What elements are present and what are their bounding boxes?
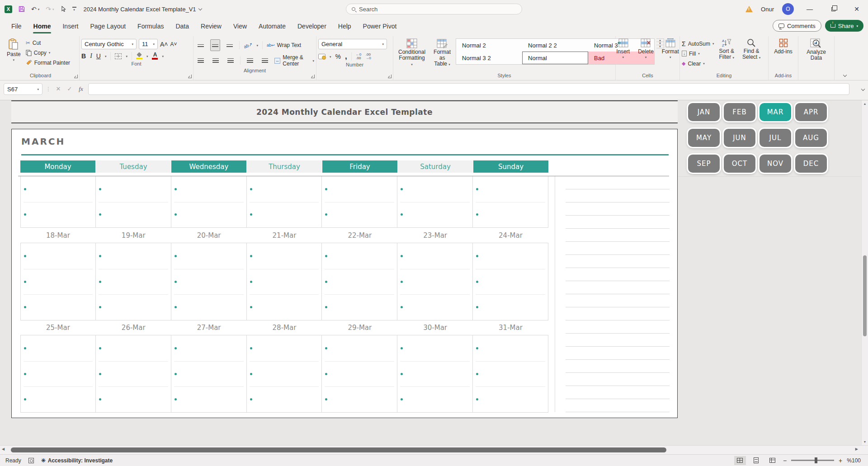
comments-button[interactable]: Comments [773,20,821,32]
weekday-wednesday[interactable]: Wednesday [171,160,246,173]
notes-ruled-panel[interactable] [566,176,670,412]
chevron-down-icon[interactable]: ▾ [105,55,107,58]
month-button-jan[interactable]: JAN [688,103,720,121]
month-button-jun[interactable]: JUN [724,129,755,147]
wrap-text-button[interactable]: ab↩ Wrap Text [267,42,301,48]
excel-logo-icon[interactable]: X [5,5,12,13]
day-note-cell[interactable] [96,335,171,413]
page-layout-view-button[interactable] [750,456,762,465]
day-note-cell[interactable] [397,243,473,320]
day-note-cell[interactable] [247,243,322,320]
dialog-launcher-icon[interactable] [311,75,315,78]
namebox-divider[interactable]: ⋮ [46,83,51,95]
clear-button[interactable]: ◆Clear▾ [682,59,714,68]
autosum-button[interactable]: ΣAutoSum▾ [682,39,714,48]
underline-button[interactable]: U [96,52,101,60]
day-note-cell[interactable] [322,176,397,228]
comma-style-button[interactable]: , [345,52,347,61]
bottom-align-button[interactable] [224,39,235,52]
day-note-cell[interactable] [20,243,96,320]
style-normal-2[interactable]: Normal 2 [456,39,522,52]
date-label[interactable]: 19-Mar [96,228,171,243]
tab-automate[interactable]: Automate [253,19,292,34]
increase-decimal-button[interactable]: ←0.00 [356,53,361,60]
day-note-cell[interactable] [20,176,96,228]
date-label[interactable]: 21-Mar [247,228,322,243]
tab-power-pivot[interactable]: Power Pivot [357,19,403,34]
date-label[interactable]: 18-Mar [20,228,96,243]
weekday-friday[interactable]: Friday [322,160,397,173]
date-label[interactable]: 26-Mar [96,320,171,335]
select-cursor-button[interactable] [61,6,66,12]
italic-button[interactable]: I [90,52,92,60]
day-note-cell[interactable] [171,243,247,320]
day-note-cell[interactable] [96,243,171,320]
workbook-title-band[interactable]: 2024 Monthly Calendar Excel Template [11,100,678,123]
date-label[interactable]: 24-Mar [473,228,548,243]
horizontal-scrollbar[interactable]: ◀ ▶ [0,445,868,454]
copy-button[interactable]: Copy▾ [26,48,70,57]
analyze-data-button[interactable]: AnalyzeData [803,37,829,62]
status-mode[interactable]: Ready [5,457,21,464]
chevron-down-icon[interactable]: ▾ [257,44,259,47]
day-note-cell[interactable] [247,176,322,228]
style-normal-2-2[interactable]: Normal 2 2 [522,39,588,52]
day-note-cell[interactable] [247,335,322,413]
day-note-cell[interactable] [322,335,397,413]
format-painter-button[interactable]: Format Painter [26,58,70,67]
zoom-slider[interactable] [791,460,834,461]
insert-cells-button[interactable]: Insert ▾ [613,37,633,60]
expand-formula-bar-icon[interactable] [861,87,865,91]
weekday-tuesday[interactable]: Tuesday [96,160,171,173]
zoom-out-button[interactable]: − [783,457,787,464]
month-button-may[interactable]: MAY [688,129,720,147]
zoom-level[interactable]: %100 [847,457,861,464]
day-note-cell[interactable] [96,176,171,228]
close-button[interactable]: ✕ [849,5,864,13]
date-label[interactable]: 28-Mar [247,320,322,335]
dialog-launcher-icon[interactable] [388,75,392,78]
weekday-saturday[interactable]: Saturday [398,160,473,173]
redo-button[interactable]: ↷▾ [46,5,54,13]
month-button-jul[interactable]: JUL [760,129,791,147]
day-note-cell[interactable] [322,243,397,320]
fill-color-icon[interactable] [136,53,142,59]
sort-filter-button[interactable]: AZ Sort &Filter ▾ [716,37,738,61]
tab-review[interactable]: Review [195,19,227,34]
decrease-decimal-button[interactable]: .00→0 [365,53,371,60]
day-note-cell[interactable] [171,176,247,228]
format-cells-button[interactable]: Format ▾ [659,37,682,60]
page-break-view-button[interactable] [767,456,778,465]
borders-icon[interactable] [115,53,122,59]
day-note-cell[interactable] [397,335,473,413]
number-format-select[interactable]: General▾ [318,39,387,49]
weekday-sunday[interactable]: Sunday [473,160,548,173]
formula-input[interactable] [88,83,849,95]
style-normal-3-2[interactable]: Normal 3 2 [456,52,522,64]
undo-button[interactable]: ↶▾ [31,5,39,13]
month-button-aug[interactable]: AUG [795,129,827,147]
day-note-cell[interactable] [20,335,96,413]
warning-icon[interactable] [745,6,753,12]
zoom-slider-thumb[interactable] [815,457,817,463]
day-note-cell[interactable] [473,176,548,228]
search-box[interactable]: Search [346,4,522,14]
share-button[interactable]: Share▾ [825,20,863,32]
scroll-up-icon[interactable]: ▲ [862,102,868,105]
collapse-ribbon-icon[interactable] [843,73,847,77]
enter-entry-button[interactable]: ✓ [66,83,74,95]
cancel-entry-button[interactable]: ✕ [54,83,62,95]
date-label[interactable]: 25-Mar [20,320,96,335]
tab-developer[interactable]: Developer [292,19,332,34]
cut-button[interactable]: ✂Cut [26,38,70,47]
avatar[interactable]: O [782,3,794,15]
name-box[interactable]: S67▾ [4,83,42,95]
weekday-monday[interactable]: Monday [20,160,95,173]
month-title[interactable]: MARCH [21,136,65,147]
tab-home[interactable]: Home [28,19,57,34]
tab-insert[interactable]: Insert [57,19,84,34]
tab-formulas[interactable]: Formulas [132,19,170,34]
middle-align-button[interactable] [210,39,220,51]
decrease-font-size-button[interactable]: A˅ [170,41,177,47]
align-center-button[interactable] [210,54,221,67]
